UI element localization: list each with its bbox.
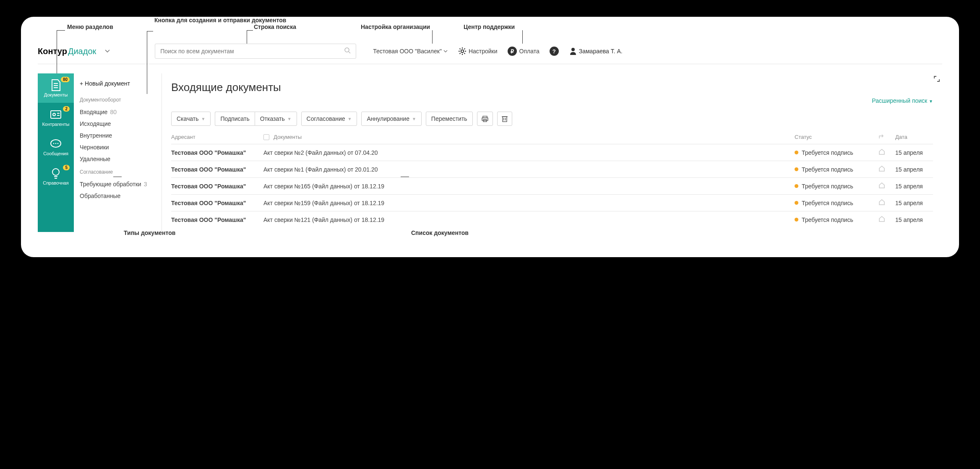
advanced-search-link[interactable]: Расширенный поиск ▼ xyxy=(872,97,933,104)
nav-label: Сообщения xyxy=(43,151,68,156)
sidebar-item-pending[interactable]: Требующие обработки3 xyxy=(74,178,162,190)
sidebar-item-inbox[interactable]: Входящие80 xyxy=(74,106,162,118)
print-icon xyxy=(482,116,488,122)
card-icon xyxy=(49,108,63,121)
table-row[interactable]: Тестовая ООО "Ромашка"Акт сверки №121 (Ф… xyxy=(171,211,933,228)
cell-sender: Тестовая ООО "Ромашка" xyxy=(171,161,263,178)
sidebar-item-internal[interactable]: Внутренние xyxy=(74,130,162,141)
cell-sender: Тестовая ООО "Ромашка" xyxy=(171,195,263,211)
status-dot-icon xyxy=(795,201,798,205)
nav-messages[interactable]: Сообщения xyxy=(38,132,74,162)
select-all-checkbox[interactable] xyxy=(263,134,269,140)
caret-down-icon: ▼ xyxy=(412,117,416,121)
new-document-button[interactable]: + Новый документ xyxy=(74,80,162,93)
chevron-down-icon xyxy=(443,50,448,53)
help-link[interactable]: ? xyxy=(550,47,559,56)
settings-label: Настройки xyxy=(469,48,498,55)
table-row[interactable]: Тестовая ООО "Ромашка"Акт сверки №159 (Ф… xyxy=(171,195,933,211)
col-status[interactable]: Статус xyxy=(795,130,878,144)
cell-date: 15 апреля xyxy=(895,211,933,228)
col-sender[interactable]: Адресант xyxy=(171,130,263,144)
print-button[interactable] xyxy=(477,112,493,126)
chat-icon xyxy=(49,138,63,150)
toolbar: Скачать▼ Подписать Отказать▼ Согласовани… xyxy=(171,112,933,126)
sidebar-item-label: Удаленные xyxy=(80,156,110,162)
nav-documents[interactable]: 80 Документы xyxy=(38,73,74,103)
user-icon xyxy=(570,47,576,55)
nav-label: Документы xyxy=(44,92,68,97)
col-route[interactable] xyxy=(878,130,895,144)
svg-rect-29 xyxy=(503,117,507,122)
svg-point-22 xyxy=(57,143,59,144)
void-button[interactable]: Аннулирование▼ xyxy=(361,112,421,126)
download-button[interactable]: Скачать▼ xyxy=(171,112,211,126)
expand-icon[interactable] xyxy=(934,76,940,83)
cell-dept xyxy=(878,195,895,211)
move-button[interactable]: Переместить xyxy=(426,112,473,126)
col-label: Документы xyxy=(274,134,302,140)
sidebar-item-count: 3 xyxy=(144,181,147,188)
reject-button[interactable]: Отказать▼ xyxy=(255,112,297,126)
nav-help[interactable]: 5 Справочная xyxy=(38,162,74,191)
app-logo[interactable]: КонтурДиадок xyxy=(38,47,96,56)
sidebar-item-label: Входящие xyxy=(80,109,107,115)
pay-link[interactable]: ₽ Оплата xyxy=(508,47,540,56)
sidebar-group-docflow: Документооборот xyxy=(74,93,162,106)
delete-button[interactable] xyxy=(497,112,512,126)
sidebar-item-label: Черновики xyxy=(80,144,109,151)
col-docs[interactable]: Документы xyxy=(263,130,795,144)
sidebar-item-outbox[interactable]: Исходящие xyxy=(74,118,162,130)
table-row[interactable]: Тестовая ООО "Ромашка"Акт сверки №1 (Фай… xyxy=(171,161,933,178)
settings-link[interactable]: Настройки xyxy=(459,47,498,55)
org-name: Тестовая ООО "Василек" xyxy=(373,48,442,55)
svg-point-20 xyxy=(53,143,55,144)
sidebar-item-label: Исходящие xyxy=(80,120,111,127)
question-icon: ? xyxy=(550,47,559,56)
home-icon xyxy=(878,166,885,172)
sidebar-item-deleted[interactable]: Удаленные xyxy=(74,153,162,165)
sidebar: + Новый документ Документооборот Входящи… xyxy=(74,73,162,232)
svg-point-2 xyxy=(461,50,464,52)
ruble-icon: ₽ xyxy=(508,47,517,56)
user-menu[interactable]: Замараева Т. А. xyxy=(570,47,623,55)
nav-badge: 5 xyxy=(63,165,70,170)
svg-line-10 xyxy=(464,49,465,50)
table-row[interactable]: Тестовая ООО "Ромашка"Акт сверки №165 (Ф… xyxy=(171,178,933,195)
org-selector[interactable]: Тестовая ООО "Василек" xyxy=(373,48,448,55)
cell-document: Акт сверки №159 (Файл данных) от 18.12.1… xyxy=(263,195,795,211)
svg-line-9 xyxy=(459,53,460,54)
cell-document: Акт сверки №2 (Файл данных) от 07.04.20 xyxy=(263,144,795,161)
cell-sender: Тестовая ООО "Ромашка" xyxy=(171,144,263,161)
button-label: Скачать xyxy=(177,115,199,122)
route-icon xyxy=(878,133,884,139)
pay-label: Оплата xyxy=(519,48,540,55)
page-title: Входящие документы xyxy=(171,81,933,94)
table-row[interactable]: Тестовая ООО "Ромашка"Акт сверки №2 (Фай… xyxy=(171,144,933,161)
svg-point-16 xyxy=(53,113,55,116)
user-name: Замараева Т. А. xyxy=(579,48,623,55)
search-icon[interactable] xyxy=(344,47,351,55)
org-switcher-icon[interactable] xyxy=(103,47,112,56)
cell-status: Требуется подпись xyxy=(795,178,878,195)
search-input[interactable] xyxy=(160,48,344,55)
annotation-org: Настройка организации xyxy=(361,23,430,30)
status-dot-icon xyxy=(795,151,798,154)
status-dot-icon xyxy=(795,184,798,188)
approve-button[interactable]: Согласование▼ xyxy=(301,112,357,126)
cell-date: 15 апреля xyxy=(895,178,933,195)
caret-down-icon: ▼ xyxy=(201,117,206,121)
cell-sender: Тестовая ООО "Ромашка" xyxy=(171,178,263,195)
annotation-menu: Меню разделов xyxy=(67,23,113,30)
col-date[interactable]: Дата xyxy=(895,130,933,144)
search-input-wrap[interactable] xyxy=(155,44,356,59)
cell-status: Требуется подпись xyxy=(795,195,878,211)
bulb-icon xyxy=(49,167,63,180)
nav-counterparties[interactable]: 2 Контрагенты xyxy=(38,103,74,132)
sidebar-item-drafts[interactable]: Черновики xyxy=(74,141,162,153)
home-icon xyxy=(878,216,885,222)
home-icon xyxy=(878,199,885,205)
sidebar-item-processed[interactable]: Обработанные xyxy=(74,190,162,202)
sign-button[interactable]: Подписать xyxy=(215,112,254,126)
documents-table: Адресант Документы Статус Дата Тестовая … xyxy=(171,130,933,228)
gear-icon xyxy=(459,47,466,55)
